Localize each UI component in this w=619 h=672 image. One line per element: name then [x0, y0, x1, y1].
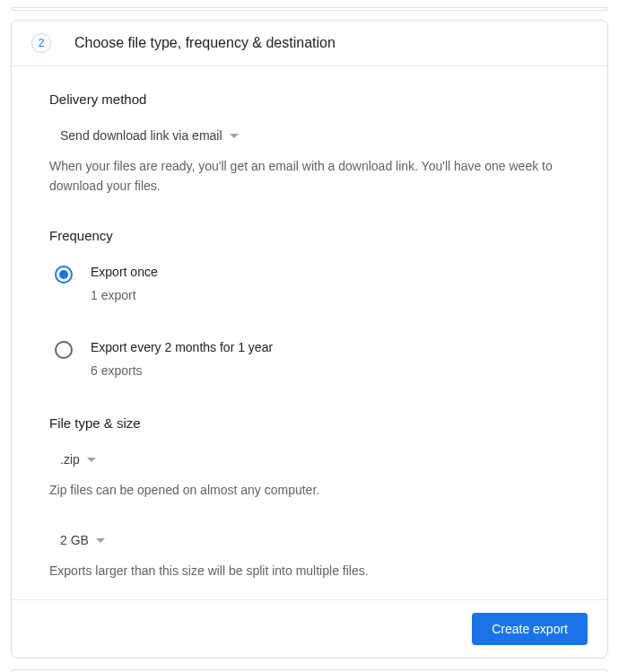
step-footer: Create export: [12, 599, 607, 658]
radio-labels: Export every 2 months for 1 year 6 expor…: [91, 340, 273, 378]
frequency-option-once[interactable]: Export once 1 export: [49, 259, 570, 308]
frequency-heading: Frequency: [49, 228, 570, 243]
radio-sublabel: 1 export: [91, 288, 158, 302]
delivery-helper-text: When your files are ready, you'll get an…: [49, 157, 570, 196]
step-title: Choose file type, frequency & destinatio…: [74, 35, 336, 51]
radio-label: Export once: [91, 265, 158, 279]
filetype-section: File type & size .zip Zip files can be o…: [49, 415, 570, 580]
radio-labels: Export once 1 export: [91, 265, 158, 302]
file-type-dropdown[interactable]: .zip: [49, 447, 105, 472]
step-body: Delivery method Send download link via e…: [12, 66, 607, 599]
radio-sublabel: 6 exports: [91, 363, 273, 378]
step-number-badge: 2: [31, 33, 51, 53]
file-size-value: 2 GB: [60, 533, 89, 547]
step-header: 2 Choose file type, frequency & destinat…: [12, 21, 607, 66]
delivery-heading: Delivery method: [49, 92, 570, 107]
caret-down-icon: [96, 538, 105, 543]
caret-down-icon: [87, 458, 96, 462]
radio-icon: [55, 341, 73, 359]
file-size-dropdown[interactable]: 2 GB: [49, 528, 114, 553]
radio-icon: [55, 266, 73, 284]
create-export-button[interactable]: Create export: [472, 613, 588, 645]
delivery-method-dropdown[interactable]: Send download link via email: [49, 123, 248, 148]
file-type-helper-text: Zip files can be opened on almost any co…: [49, 481, 570, 501]
caret-down-icon: [230, 134, 239, 138]
previous-step-card-edge: [11, 7, 608, 11]
delivery-method-value: Send download link via email: [60, 128, 222, 143]
radio-dot-icon: [59, 270, 68, 279]
frequency-option-recurring[interactable]: Export every 2 months for 1 year 6 expor…: [49, 335, 570, 383]
step-card: 2 Choose file type, frequency & destinat…: [11, 20, 608, 659]
delivery-section: Delivery method Send download link via e…: [49, 92, 570, 196]
radio-label: Export every 2 months for 1 year: [91, 340, 273, 354]
file-size-helper-text: Exports larger than this size will be sp…: [49, 562, 570, 581]
file-type-value: .zip: [60, 452, 80, 467]
frequency-section: Frequency Export once 1 export Export ev…: [49, 228, 570, 383]
filetype-heading: File type & size: [49, 415, 570, 431]
